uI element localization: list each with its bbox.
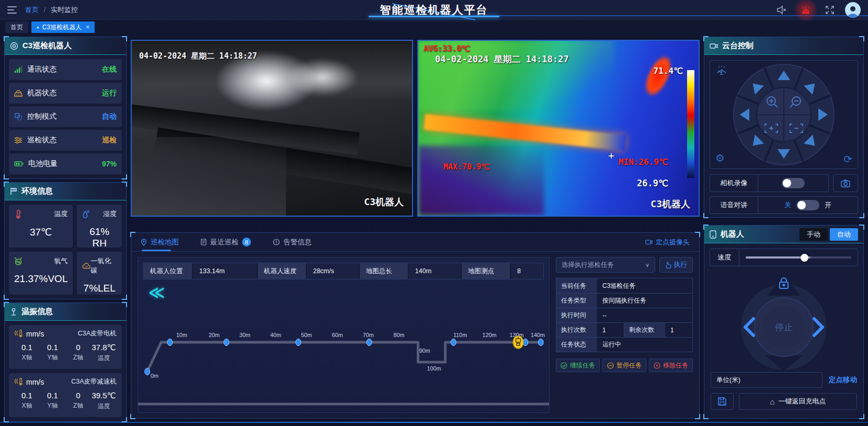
tab-patrol-map[interactable]: 巡检地图	[141, 233, 179, 251]
tab-close-icon[interactable]: ×	[86, 24, 89, 31]
manual-mode-button[interactable]: 手动	[800, 228, 828, 241]
map-pin-icon	[141, 239, 147, 246]
app-root: 首页 / 实时监控 智能巡检机器人平台 首页 ● C3巡检机器人	[0, 0, 868, 426]
avatar[interactable]	[845, 2, 861, 18]
thermal-scale-min: 26.9℃	[637, 178, 668, 188]
track-distance-label: 20m	[209, 332, 220, 338]
stat-mode: 控制模式 自动	[9, 106, 122, 127]
thermal-scale-bar	[687, 70, 694, 178]
env-card-humidity: 湿度 61% RH	[77, 205, 122, 248]
intercom-row: 语音对讲 关 开	[710, 196, 858, 214]
fixed-camera-link[interactable]: 定点摄像头	[645, 238, 690, 247]
floppy-icon	[718, 397, 726, 406]
co-cloud-icon: co	[82, 262, 90, 270]
breadcrumb-home[interactable]: 首页	[25, 6, 39, 14]
camera-label: C3机器人	[364, 196, 404, 208]
robot-speed-value: 28cm/s	[307, 263, 359, 279]
panel-title: C3巡检机器人	[22, 41, 72, 51]
robot-panel-icon	[10, 42, 18, 50]
battery-icon	[14, 161, 24, 167]
env-value: 7%LEL	[82, 283, 117, 294]
recent-patrols-badge: 8	[242, 238, 251, 246]
slider-knob[interactable]	[801, 254, 808, 262]
info-icon	[273, 239, 280, 245]
droplet-icon	[82, 210, 90, 219]
speed-row: 速度	[710, 249, 858, 266]
gear-icon[interactable]: ⚙	[715, 152, 725, 164]
task-type-value: 按间隔执行任务	[597, 294, 692, 308]
svg-text:co: co	[85, 265, 88, 268]
video-camera-icon	[710, 43, 718, 49]
sensor-icon	[10, 308, 17, 316]
track-distance-label: 140m	[531, 332, 545, 338]
map-tab-bar: 巡检地图 最近巡检 8 告警信息 定点摄像头	[131, 233, 699, 252]
view-tab-home[interactable]: 首页	[5, 21, 28, 33]
vibration-icon	[14, 378, 23, 386]
drive-pad[interactable]: 停止	[721, 268, 847, 371]
tab-recent-patrols[interactable]: 最近巡检 8	[201, 233, 251, 251]
menu-collapse-icon[interactable]	[7, 6, 17, 14]
wiper-icon[interactable]	[715, 65, 728, 78]
record-toggle[interactable]	[782, 178, 805, 188]
mute-icon[interactable]	[776, 4, 787, 16]
thermal-avg: AVG:33.0℃	[424, 44, 470, 53]
vib-card-motor: mm/s C3A皮带电机 0.1X轴 0.1Y轴 0Z轴 37.8℃温度	[9, 325, 122, 369]
unit-field[interactable]: 单位(米)	[711, 372, 823, 388]
stat-value: 运行	[102, 88, 117, 98]
crosshair-icon: +	[608, 149, 614, 162]
track-distance-label: 10m	[176, 332, 187, 338]
hand-icon	[665, 262, 671, 268]
active-dot: ●	[37, 25, 39, 30]
visible-camera-feed[interactable]: 04-02-2024 星期二 14:18:27 C3机器人	[131, 40, 413, 217]
fullscreen-icon[interactable]	[824, 4, 836, 16]
auto-mode-button[interactable]: 自动	[830, 228, 858, 241]
panel-title: 温振信息	[21, 307, 53, 317]
thermal-timestamp: 04-02-2024 星期二 14:18:27	[435, 53, 569, 65]
flag-icon	[10, 187, 17, 195]
machine-icon	[14, 89, 22, 97]
stat-patrol: 巡检状态 巡检	[9, 130, 122, 151]
track-point	[145, 368, 150, 375]
thermal-camera-feed[interactable]: AVG:33.0℃ 04-02-2024 星期二 14:18:27 71.4℃ …	[417, 40, 700, 217]
tab-alarm-info[interactable]: 告警信息	[273, 233, 312, 251]
track-point	[538, 339, 543, 346]
remove-task-button[interactable]: 移除任务	[649, 358, 693, 372]
stop-button[interactable]: 停止	[763, 306, 805, 348]
task-select[interactable]: 选择执行巡检任务 ∨	[556, 257, 655, 273]
map-length-value: 140m	[409, 263, 461, 279]
stat-comm: 通讯状态 在线	[9, 59, 122, 80]
patrol-map[interactable]: 机器人位置 133.14m 机器人速度 28cm/s 地图总长 140m 地图测…	[138, 257, 550, 413]
execute-button[interactable]: 执行	[659, 257, 693, 273]
breadcrumb: 首页 / 实时监控	[25, 5, 78, 15]
track-distance-label: 120m	[483, 332, 497, 338]
alarm-icon[interactable]	[797, 1, 815, 19]
snapshot-button[interactable]	[833, 174, 858, 192]
resume-task-button[interactable]: 继续任务	[556, 358, 600, 372]
exec-count-value: 1	[597, 323, 624, 337]
track-distance-label: 50m	[301, 332, 312, 338]
env-value: 21.37%VOL	[14, 273, 67, 285]
return-charge-button[interactable]: ⌂ 一键返回充电点	[739, 393, 857, 410]
refresh-icon[interactable]: ⟳	[843, 153, 852, 165]
view-tab-robot[interactable]: ● C3巡检机器人 ×	[31, 21, 95, 33]
track-svg: 0m10m20m30m40m50m60m70m80m90m100m110m120…	[138, 285, 549, 410]
point-move-button[interactable]: 定点移动	[829, 375, 857, 385]
breadcrumb-current: 实时监控	[51, 6, 78, 14]
task-table: 当前任务C3巡检任务 任务类型按间隔执行任务 执行时间-- 执行次数 1 剩余次…	[556, 278, 693, 352]
track-distance-label: 90m	[419, 347, 430, 354]
thermal-min: MIN:26.9℃	[619, 157, 668, 167]
svg-text:停止: 停止	[775, 322, 793, 332]
thermal-scale-max: 71.4℃	[654, 66, 683, 76]
speed-slider[interactable]	[739, 249, 858, 266]
ptz-pad[interactable]	[732, 62, 836, 167]
track-distance-label: 100m	[427, 365, 441, 372]
patrol-status-icon	[14, 137, 22, 144]
stat-value: 97%	[102, 160, 117, 168]
control-mode-icon	[14, 113, 22, 120]
panel-title: 云台控制	[722, 41, 753, 51]
pause-task-button[interactable]: 暂停任务	[602, 358, 646, 372]
robot-control-panel: 机器人 手动 自动 速度	[704, 225, 864, 419]
save-button[interactable]	[711, 393, 734, 410]
intercom-toggle[interactable]	[796, 200, 819, 210]
track-distance-label: 110m	[453, 332, 467, 338]
